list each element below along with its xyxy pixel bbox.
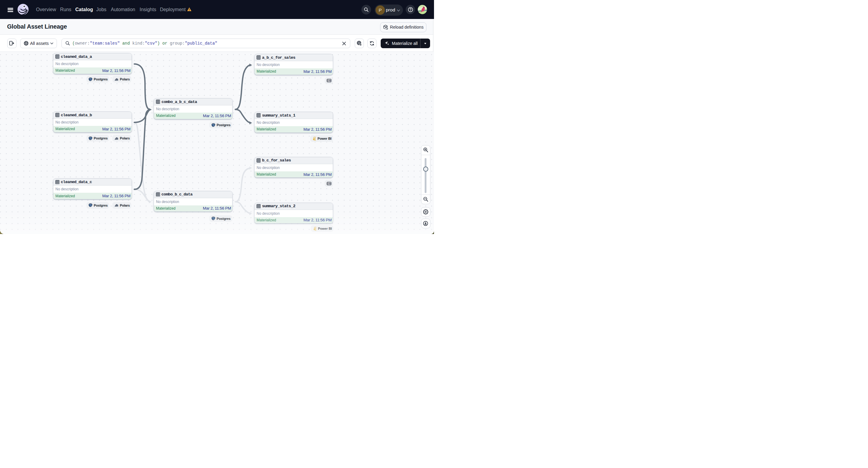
svg-text:CSV: CSV	[327, 80, 331, 82]
svg-text:CSV: CSV	[327, 183, 331, 185]
